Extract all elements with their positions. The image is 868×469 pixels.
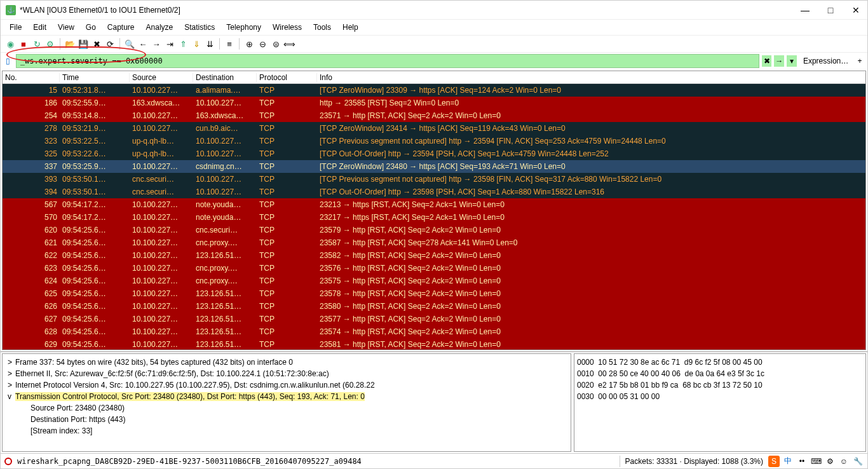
reload-icon[interactable]: ⟳ (104, 38, 116, 50)
packet-row[interactable]: 62109:54:25.6…10.100.227…cnc.proxy.…TCP2… (3, 236, 865, 249)
resize-columns-icon[interactable]: ⟺ (283, 38, 295, 50)
tray-punct-icon[interactable]: •• (796, 456, 808, 467)
packet-details-tree[interactable]: >Frame 337: 54 bytes on wire (432 bits),… (2, 353, 571, 452)
go-to-packet-icon[interactable]: ⇥ (164, 38, 175, 50)
packet-row[interactable]: 62009:54:25.6…10.100.227…cnc.securi…TCP2… (3, 224, 865, 236)
menu-edit[interactable]: Edit (28, 22, 51, 33)
packet-list-header[interactable]: No. Time Source Destination Protocol Inf… (3, 71, 865, 84)
expert-info-icon[interactable] (4, 458, 12, 465)
tray-keyboard-icon[interactable]: ⌨ (810, 456, 822, 467)
packet-row[interactable]: 25409:53:14.8…10.100.227…163.xdwsca…TCP2… (3, 109, 865, 122)
menu-statistics[interactable]: Statistics (179, 22, 220, 33)
col-header-no[interactable]: No. (3, 73, 60, 82)
packet-row[interactable]: 62409:54:25.6…10.100.227…cnc.proxy.…TCP2… (3, 275, 865, 287)
zoom-in-icon[interactable]: ⊕ (243, 38, 255, 50)
packet-row[interactable]: 39309:53:50.1…cnc.securi…10.100.227…TCP[… (3, 173, 865, 186)
packet-row[interactable]: 1509:52:31.8…10.100.227…a.alimama.…TCP[T… (3, 84, 865, 97)
menu-telephony[interactable]: Telephony (221, 22, 266, 33)
tree-expander-icon[interactable]: > (8, 357, 15, 368)
capture-options-icon[interactable]: ⚙ (44, 38, 56, 50)
cell-dst: 10.100.227… (193, 137, 257, 146)
tree-node[interactable]: Source Port: 23480 (23480) (5, 402, 568, 414)
start-capture-icon[interactable]: ◉ (4, 38, 16, 50)
menu-capture[interactable]: Capture (102, 22, 140, 33)
packet-row[interactable]: 57009:54:17.2…10.100.227…note.youda…TCP2… (3, 211, 865, 224)
packet-row[interactable]: 32509:53:22.6…up-q.qh-lb…10.100.227…TCP[… (3, 147, 865, 160)
col-header-source[interactable]: Source (130, 73, 193, 82)
go-back-icon[interactable]: ← (137, 38, 149, 50)
hex-line[interactable]: 0030 00 00 05 31 00 00 (577, 391, 863, 402)
minimize-button[interactable]: — (799, 5, 811, 15)
tray-ime-icon[interactable]: S (768, 456, 780, 467)
col-header-destination[interactable]: Destination (193, 73, 257, 82)
cell-no: 623 (3, 264, 60, 273)
close-button[interactable]: ✕ (850, 5, 862, 15)
stop-capture-icon[interactable]: ■ (18, 38, 29, 50)
col-header-protocol[interactable]: Protocol (257, 73, 317, 82)
menu-analyze[interactable]: Analyze (141, 22, 179, 33)
menu-wireless[interactable]: Wireless (268, 22, 307, 33)
tree-expander-icon[interactable]: > (8, 368, 15, 379)
col-header-time[interactable]: Time (60, 73, 130, 82)
tree-node[interactable]: >Ethernet II, Src: Azurewav_6c:f2:5f (6c… (5, 368, 568, 379)
cell-no: 15 (3, 86, 60, 95)
packet-row[interactable]: 33709:53:25.9…10.100.227…csdnimg.cn…TCP[… (3, 160, 865, 173)
tray-emoji-icon[interactable]: ☺ (838, 456, 850, 467)
tray-settings-icon[interactable]: ⚙ (824, 456, 836, 467)
menu-view[interactable]: View (53, 22, 79, 33)
last-packet-icon[interactable]: ⇓ (191, 38, 202, 50)
tree-expander-icon[interactable]: v (8, 391, 15, 402)
restart-capture-icon[interactable]: ↻ (31, 38, 43, 50)
bookmark-filter-icon[interactable]: ▯ (3, 55, 13, 67)
first-packet-icon[interactable]: ⇑ (177, 38, 189, 50)
apply-filter-icon[interactable]: → (774, 55, 784, 67)
packet-row[interactable]: 32309:53:22.5…up-q.qh-lb…10.100.227…TCP[… (3, 135, 865, 147)
filter-dropdown-icon[interactable]: ▾ (787, 55, 797, 67)
zoom-out-icon[interactable]: ⊖ (257, 38, 268, 50)
packet-bytes-hex[interactable]: 0000 10 51 72 30 8e ac 6c 71 d9 6c f2 5f… (574, 353, 866, 452)
hex-line[interactable]: 0020 e2 17 5b b8 01 bb f9 ca 68 bc cb 3f… (577, 379, 863, 391)
hex-line[interactable]: 0010 00 28 50 ce 40 00 40 06 de 0a 0a 64… (577, 368, 863, 379)
menu-file[interactable]: File (4, 22, 27, 33)
colorize-icon[interactable]: ≡ (224, 38, 235, 50)
open-file-icon[interactable]: 📂 (64, 38, 76, 50)
go-forward-icon[interactable]: → (151, 38, 162, 50)
display-filter-input[interactable] (16, 54, 759, 68)
tree-node[interactable]: vTransmission Control Protocol, Src Port… (5, 391, 568, 402)
packet-row[interactable]: 62309:54:25.6…10.100.227…cnc.proxy.…TCP2… (3, 262, 865, 275)
packet-row[interactable]: 62809:54:25.6…10.100.227…123.126.51…TCP2… (3, 325, 865, 338)
packet-row[interactable]: 62709:54:25.6…10.100.227…123.126.51…TCP2… (3, 313, 865, 325)
packet-row[interactable]: 39409:53:50.1…cnc.securi…10.100.227…TCP[… (3, 186, 865, 198)
find-packet-icon[interactable]: 🔍 (124, 38, 135, 50)
tree-node[interactable]: [Stream index: 33] (5, 425, 568, 437)
col-header-info[interactable]: Info (317, 73, 865, 82)
auto-scroll-icon[interactable]: ⇊ (204, 38, 215, 50)
packet-row[interactable]: 62909:54:25.6…10.100.227…123.126.51…TCP2… (3, 338, 865, 350)
packet-row[interactable]: 62609:54:25.6…10.100.227…123.126.51…TCP2… (3, 300, 865, 313)
menu-tools[interactable]: Tools (308, 22, 336, 33)
tree-expander-icon[interactable]: > (8, 379, 15, 391)
clear-filter-icon[interactable]: ✖ (762, 55, 772, 67)
packet-row[interactable]: 56709:54:17.2…10.100.227…note.youda…TCP2… (3, 198, 865, 211)
packet-row[interactable]: 62209:54:25.6…10.100.227…123.126.51…TCP2… (3, 249, 865, 262)
packet-row[interactable]: 18609:52:55.9…163.xdwsca…10.100.227…TCPh… (3, 97, 865, 109)
add-filter-button[interactable]: + (855, 57, 865, 65)
tray-tool-icon[interactable]: 🔧 (852, 456, 864, 467)
tree-node[interactable]: >Frame 337: 54 bytes on wire (432 bits),… (5, 357, 568, 368)
expression-button[interactable]: Expression… (799, 55, 852, 67)
packet-row[interactable]: 27809:53:21.9…10.100.227…cun.b9.aic…TCP[… (3, 122, 865, 135)
tree-node[interactable]: >Internet Protocol Version 4, Src: 10.10… (5, 379, 568, 391)
maximize-button[interactable]: □ (824, 5, 837, 15)
cell-src: 10.100.227… (130, 226, 193, 234)
tray-lang-icon[interactable]: 中 (782, 456, 794, 467)
cell-time: 09:54:25.6… (60, 315, 130, 323)
menu-go[interactable]: Go (81, 22, 101, 33)
save-file-icon[interactable]: 💾 (78, 38, 89, 50)
close-file-icon[interactable]: ✖ (91, 38, 102, 50)
packet-list-body[interactable]: 1509:52:31.8…10.100.227…a.alimama.…TCP[T… (3, 84, 865, 350)
packet-row[interactable]: 62509:54:25.6…10.100.227…123.126.51…TCP2… (3, 287, 865, 300)
tree-node[interactable]: Destination Port: https (443) (5, 414, 568, 425)
hex-line[interactable]: 0000 10 51 72 30 8e ac 6c 71 d9 6c f2 5f… (577, 357, 863, 368)
menu-help[interactable]: Help (337, 22, 363, 33)
zoom-reset-icon[interactable]: ⊜ (270, 38, 281, 50)
